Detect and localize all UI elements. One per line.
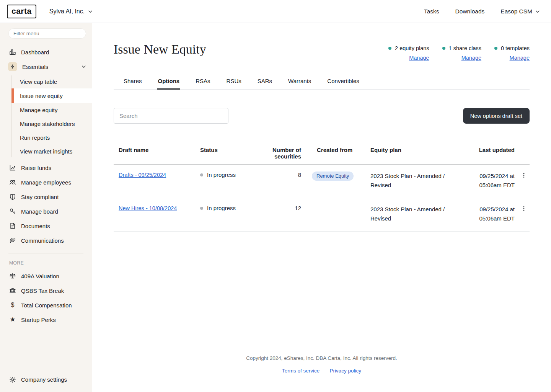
securities-count: 12 xyxy=(244,205,306,211)
draft-link[interactable]: New Hires - 10/08/2024 xyxy=(119,205,177,211)
stat-share-classes: 1 share class Manage xyxy=(442,45,481,61)
privacy-policy-link[interactable]: Privacy policy xyxy=(329,368,361,374)
col-header-created-from: Created from xyxy=(306,147,367,153)
terms-of-service-link[interactable]: Terms of service xyxy=(282,368,320,374)
sidebar-item-manage-board[interactable]: Manage board xyxy=(0,204,92,219)
sidebar-item-label: Manage employees xyxy=(21,179,86,186)
created-from-badge: Remote Equity xyxy=(312,172,354,181)
chevron-down-icon xyxy=(535,9,540,14)
sidebar-item-manage-employees[interactable]: Manage employees xyxy=(0,175,92,189)
page-footer: Copyright 2024, eShares, Inc. DBA Carta,… xyxy=(114,355,530,392)
teal-dot-icon xyxy=(494,47,497,50)
sidebar-item-label: Communications xyxy=(21,237,86,244)
shield-icon xyxy=(9,193,16,200)
company-name: Sylva AI, Inc. xyxy=(49,8,85,15)
carta-logo[interactable]: carta xyxy=(7,5,36,18)
row-actions-kebab-icon[interactable] xyxy=(516,172,530,178)
company-settings-label: Company settings xyxy=(21,376,67,383)
sidebar-item-manage-stakeholders[interactable]: Manage stakeholders xyxy=(11,117,92,131)
last-updated-text: 09/25/2024 at 05:06am EDT xyxy=(467,205,515,223)
sidebar-item-dashboard[interactable]: Dashboard xyxy=(0,45,92,59)
status-dot-icon xyxy=(200,207,203,210)
search-input[interactable] xyxy=(114,108,228,124)
sidebar-item-startup-perks[interactable]: ★ Startup Perks xyxy=(0,312,92,327)
chat-icon xyxy=(9,237,16,244)
main-content: Issue New Equity 2 equity plans Manage 1… xyxy=(92,23,551,392)
sidebar-item-total-compensation[interactable]: $ Total Compensation xyxy=(0,298,92,312)
manage-share-classes-link[interactable]: Manage xyxy=(461,55,481,61)
filter-menu-input[interactable] xyxy=(8,28,86,39)
teal-dot-icon xyxy=(442,47,445,50)
bank-icon xyxy=(9,287,16,294)
sidebar-item-409a-valuation[interactable]: 409A Valuation xyxy=(0,269,92,283)
bar-chart-icon xyxy=(9,49,16,56)
user-menu-label: Easop CSM xyxy=(500,8,532,15)
sidebar-item-raise-funds[interactable]: Raise funds xyxy=(0,160,92,175)
sidebar-item-label: Startup Perks xyxy=(21,317,86,323)
sidebar-item-label: Raise funds xyxy=(21,165,86,171)
copyright-text: Copyright 2024, eShares, Inc. DBA Carta,… xyxy=(114,355,530,361)
star-icon: ★ xyxy=(9,316,16,323)
sidebar-item-view-cap-table[interactable]: View cap table xyxy=(11,75,92,88)
draft-link[interactable]: Drafts - 09/25/2024 xyxy=(119,172,166,178)
col-header-number-of-securities: Number of securities xyxy=(244,147,306,160)
sidebar-item-stay-compliant[interactable]: Stay compliant xyxy=(0,189,92,204)
sidebar-item-run-reports[interactable]: Run reports xyxy=(11,131,92,144)
manage-equity-plans-link[interactable]: Manage xyxy=(409,55,429,61)
chevron-down-icon xyxy=(88,9,93,14)
table-header-row: Draft name Status Number of securities C… xyxy=(114,147,530,165)
sidebar-item-label: QSBS Tax Break xyxy=(21,287,86,294)
topnav-tasks[interactable]: Tasks xyxy=(424,8,439,15)
tab-sars[interactable]: SARs xyxy=(257,74,273,89)
sidebar-item-qsbs-tax-break[interactable]: QSBS Tax Break xyxy=(0,283,92,298)
tab-convertibles[interactable]: Convertibles xyxy=(326,74,360,89)
tab-options[interactable]: Options xyxy=(157,74,181,89)
page-title: Issue New Equity xyxy=(114,42,206,57)
col-header-draft-name: Draft name xyxy=(114,147,195,153)
company-switcher[interactable]: Sylva AI, Inc. xyxy=(49,8,93,15)
table-row: New Hires - 10/08/2024 In progress 12 20… xyxy=(114,198,530,232)
scales-icon xyxy=(9,273,16,279)
tab-shares[interactable]: Shares xyxy=(123,74,143,89)
stat-templates: 0 templates Manage xyxy=(494,45,530,61)
more-section-label: MORE xyxy=(0,253,92,269)
table-row: Drafts - 09/25/2024 In progress 8 Remote… xyxy=(114,165,530,198)
securities-count: 8 xyxy=(244,172,306,178)
manage-templates-link[interactable]: Manage xyxy=(510,55,530,61)
topnav-downloads[interactable]: Downloads xyxy=(455,8,485,15)
equity-plan-text: 2023 Stock Plan - Amended / Revised xyxy=(367,172,453,190)
sidebar-item-view-market-insights[interactable]: View market insights xyxy=(11,144,92,158)
tab-rsas[interactable]: RSAs xyxy=(195,74,211,89)
status-text: In progress xyxy=(207,205,236,211)
people-icon xyxy=(9,179,16,186)
row-actions-kebab-icon[interactable] xyxy=(516,205,530,212)
sidebar-item-manage-equity[interactable]: Manage equity xyxy=(11,103,92,117)
key-icon xyxy=(9,208,16,215)
tab-rsus[interactable]: RSUs xyxy=(226,74,242,89)
sidebar-item-documents[interactable]: Documents xyxy=(0,219,92,233)
teal-dot-icon xyxy=(388,47,391,50)
chevron-up-icon xyxy=(81,64,86,69)
new-options-draft-set-button[interactable]: New options draft set xyxy=(463,108,530,124)
essentials-subnav: View cap table Issue new equity Manage e… xyxy=(11,75,92,158)
sidebar-item-label: Stay compliant xyxy=(21,194,86,200)
status-dot-icon xyxy=(200,173,203,176)
sidebar-item-issue-new-equity[interactable]: Issue new equity xyxy=(11,88,92,103)
stat-label: 2 equity plans xyxy=(395,45,429,51)
sidebar: Dashboard Essentials View cap table Issu… xyxy=(0,23,92,392)
sidebar-item-communications[interactable]: Communications xyxy=(0,233,92,248)
sidebar-item-essentials[interactable]: Essentials xyxy=(0,59,92,74)
lightning-icon xyxy=(8,62,17,71)
col-header-equity-plan: Equity plan xyxy=(367,147,462,153)
sidebar-item-label: 409A Valuation xyxy=(21,273,86,279)
sidebar-nav: Dashboard Essentials View cap table Issu… xyxy=(0,41,92,367)
last-updated-text: 09/25/2024 at 05:06am EDT xyxy=(467,172,515,190)
company-settings-button[interactable]: Company settings xyxy=(0,367,92,392)
drafts-table: Draft name Status Number of securities C… xyxy=(114,147,530,232)
status-text: In progress xyxy=(207,172,236,178)
user-menu[interactable]: Easop CSM xyxy=(500,8,540,15)
chart-growth-icon xyxy=(9,164,16,171)
tab-warrants[interactable]: Warrants xyxy=(287,74,312,89)
sidebar-item-label: Total Compensation xyxy=(21,302,86,309)
sidebar-item-label: Essentials xyxy=(22,64,76,70)
